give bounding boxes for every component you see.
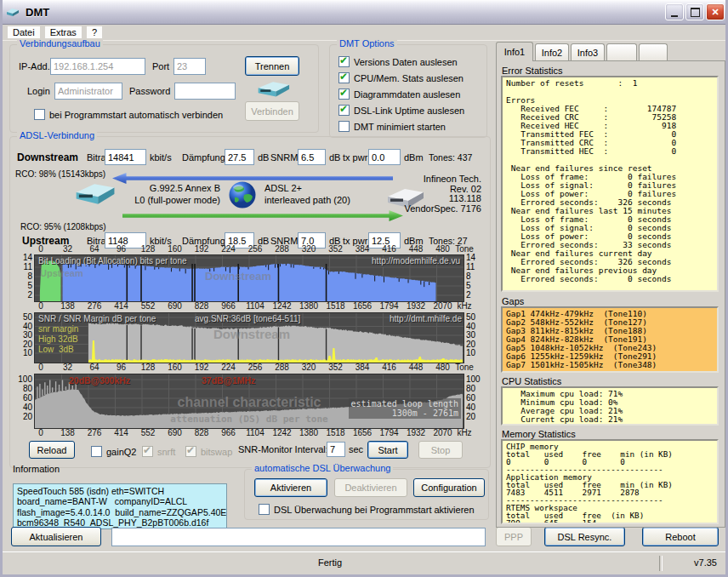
axis-tick-label: 80 — [466, 384, 485, 393]
axis-tick-label: 256 — [241, 363, 270, 372]
bitloading-chart: Upstream Downstream Bit Loading (Bit All… — [34, 254, 464, 302]
axis-tick-label: 30 — [14, 330, 32, 340]
axis-tick-label: 40 — [14, 403, 32, 412]
stop-button[interactable]: Stop — [418, 441, 463, 459]
dsl-resync-button[interactable]: DSL Resync. — [544, 527, 625, 546]
axis-tick-label: 60 — [466, 393, 485, 403]
axis-tick-label: 128 — [134, 244, 162, 254]
port-input[interactable] — [173, 58, 206, 75]
menu-help[interactable]: ? — [87, 26, 102, 38]
menu-extras[interactable]: Extras — [45, 26, 82, 38]
gaps-box: Gap1 474kHz-479kHz (Tone110) Gap2 548kHz… — [501, 306, 719, 373]
axis-tick-label: 1104 — [241, 301, 270, 311]
close-icon: ✕ — [711, 7, 719, 18]
close-button[interactable]: ✕ — [706, 3, 725, 20]
interval-label: SNR-Monitor Interval: — [238, 444, 328, 454]
khz-axis-2: 0138276414552690828966110412421380151816… — [34, 428, 483, 438]
ppp-button[interactable]: PPP — [496, 527, 532, 546]
axis-tick-label: 352 — [321, 244, 350, 254]
refresh-button[interactable]: Aktualisieren — [11, 527, 101, 546]
activate-button[interactable]: Aktivieren — [254, 478, 327, 497]
menu-datei[interactable]: Datei — [8, 26, 40, 38]
axis-tick-label: 414 — [107, 301, 136, 311]
axis-tick-label: 1518 — [321, 428, 350, 437]
snrm-label: SNRM — [270, 152, 298, 163]
tab-blank-2[interactable] — [639, 43, 668, 61]
monitoring-startup-label: DSL Überwachung bei Programmstart aktivi… — [274, 505, 475, 515]
axis-tick-label: 1242 — [268, 301, 297, 311]
dmt-option-checkbox[interactable] — [338, 56, 350, 67]
downstream-label: Downstream — [17, 151, 78, 163]
axis-tick-label: 40 — [466, 322, 485, 331]
downstream-bitrate-input[interactable] — [105, 149, 146, 165]
axis-tick-label: 64 — [80, 244, 109, 254]
ip-input[interactable] — [50, 58, 145, 75]
password-input[interactable] — [174, 83, 236, 100]
axis-tick-label: 384 — [348, 244, 377, 254]
start-button[interactable]: Start — [367, 441, 408, 459]
autoconnect-row: bei Programmstart automatisch verbinden — [34, 106, 223, 123]
bitswap-checkbox[interactable] — [185, 446, 196, 457]
axis-tick-label: 384 — [348, 363, 377, 372]
axis-tick-label: 276 — [80, 301, 109, 311]
axis-tick-label: 14 — [466, 253, 485, 262]
disconnect-button[interactable]: Trennen — [245, 56, 299, 76]
axis-tick-label: 160 — [161, 363, 190, 372]
downstream-attn-input[interactable] — [225, 149, 254, 165]
dmt-option-checkbox[interactable] — [338, 72, 350, 83]
axis-tick-label: 416 — [375, 244, 404, 254]
reload-button[interactable]: Reload — [29, 441, 75, 459]
snrft-checkbox[interactable] — [142, 446, 153, 457]
autoconnect-checkbox[interactable] — [34, 109, 45, 120]
downstream-row: Downstream Bitrate kbit/s Dämpfung dB SN… — [10, 149, 486, 168]
axis-tick-label: 552 — [134, 301, 162, 311]
tab-info3[interactable]: Info3 — [571, 43, 605, 61]
axis-tick-label: 1656 — [348, 301, 377, 311]
status-divider — [659, 556, 663, 571]
bitswap-row: bitswap — [185, 443, 232, 460]
reboot-button[interactable]: Reboot — [642, 527, 719, 546]
monitoring-startup-checkbox[interactable] — [259, 504, 270, 515]
configuration-button[interactable]: Configuration — [413, 478, 485, 497]
maximize-button[interactable] — [685, 3, 704, 20]
gainq2-checkbox[interactable] — [91, 446, 102, 457]
bitswap-label: bitswap — [201, 447, 232, 457]
url-input[interactable] — [111, 528, 486, 546]
dmt-options-list: Versions Daten auslesenCPU/Mem. Stats au… — [338, 54, 485, 134]
dmt-option-checkbox[interactable] — [338, 89, 350, 100]
login-input[interactable] — [54, 83, 122, 100]
error-statistics-box: Number of resets : 1 Errors Received FEC… — [501, 76, 719, 292]
atten-y-axis-right: 10080604020 — [466, 374, 485, 427]
deactivate-button[interactable]: Deaktivieren — [334, 478, 407, 497]
interval-input[interactable] — [327, 442, 345, 457]
axis-tick-label: 50 — [14, 312, 32, 322]
connect-button[interactable]: Verbinden — [245, 101, 299, 121]
atten-y-axis: 10080604020 — [14, 374, 32, 427]
axis-tick-label: 5 — [14, 281, 32, 290]
axis-unit-label: kHz — [450, 301, 479, 311]
loop-length-label: estimated loop length 1300m - 2761m — [349, 398, 461, 419]
axis-unit-label: kHz — [450, 428, 479, 437]
snr-y-axis-right: 5040302010 — [466, 312, 485, 362]
modem-icon — [253, 77, 293, 101]
downstream-txpwr-input[interactable] — [368, 149, 401, 165]
downstream-watermark: Downstream — [205, 270, 271, 283]
minimize-button[interactable] — [665, 3, 684, 20]
dmt-option-checkbox[interactable] — [338, 105, 350, 116]
main-area: Verbindungsaufbau IP-Add. Port Login Pas… — [3, 41, 728, 555]
dmt-option-checkbox[interactable] — [338, 121, 350, 132]
status-bar: Fertig v7.35 — [3, 551, 728, 574]
gainq2-label: gainQ2 — [106, 447, 136, 457]
downstream-snrm-input[interactable] — [298, 149, 326, 165]
axis-tick-label: 1104 — [241, 428, 270, 437]
app-window: DMT ✕ Datei Extras ? Verbindungsaufbau I… — [0, 0, 728, 577]
monitoring-group: automatische DSL Überwachung Aktivieren … — [244, 469, 489, 520]
tab-info1[interactable]: Info1 — [496, 42, 533, 61]
snr-avg-label: avg.SNR:36dB [tone64-511] — [195, 314, 300, 323]
snr-chart-row: 5040302010 Downstream SNR / SNR Margin d… — [10, 312, 492, 362]
tab-info2[interactable]: Info2 — [535, 43, 569, 61]
txpwr-label: tx pwr — [343, 152, 367, 163]
tab-blank-1[interactable] — [606, 43, 637, 61]
atten-label-300khz: 20dB@300kHz — [69, 375, 130, 386]
axis-tick-label: 64 — [80, 363, 109, 372]
